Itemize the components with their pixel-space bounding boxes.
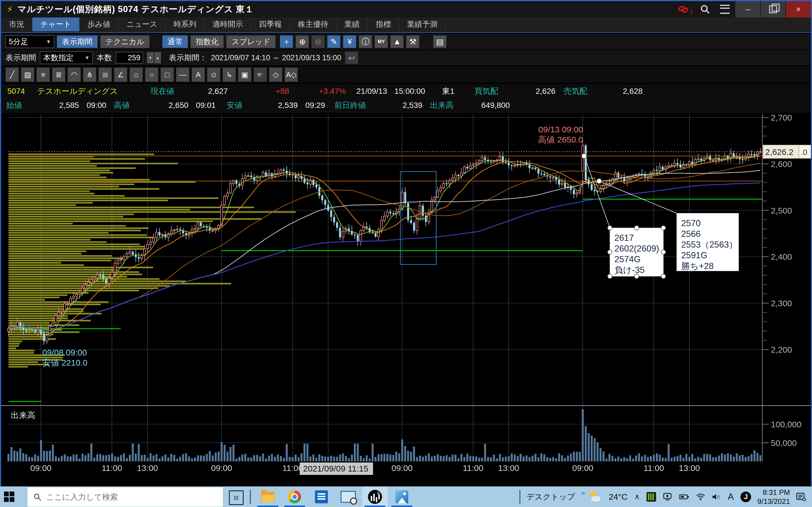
tab-10[interactable]: 業績予測 (399, 17, 446, 31)
rectangle-tool[interactable]: □ (161, 68, 174, 82)
channel-tool[interactable]: ▨ (21, 68, 34, 82)
ime-mode-icon[interactable]: J (741, 492, 751, 502)
crosshair-icon[interactable]: ＋ (280, 36, 293, 48)
quote-field: 高値 (114, 100, 130, 111)
quote-field: 売気配 (564, 86, 587, 97)
copy-tool[interactable]: ▣ (238, 68, 251, 82)
wifi-icon[interactable] (696, 493, 705, 501)
screen-capture-app-icon[interactable] (336, 487, 361, 507)
clock[interactable]: 8:31 PM 9/13/2021 (757, 488, 790, 506)
toolbar-overflow-icon[interactable]: » (581, 489, 585, 497)
pointer-tool[interactable]: ↳ (223, 68, 236, 82)
count-up-button[interactable]: ▲ (154, 52, 161, 63)
wrench-icon[interactable]: ⚒ (406, 36, 419, 48)
zoom-in-icon[interactable]: ⊕ (296, 36, 309, 48)
ellipse-tool[interactable]: ○ (145, 68, 158, 82)
icon-stamp-tool[interactable]: ☺ (207, 68, 220, 82)
link-group-number: 1 (690, 9, 693, 15)
minimize-button[interactable]: – (735, 1, 760, 17)
tab-3[interactable]: ニュース (119, 17, 166, 31)
quote-field: 2,627 (208, 87, 228, 96)
tab-0[interactable]: 市況 (1, 17, 33, 31)
svg-text:2,300: 2,300 (771, 298, 792, 308)
restore-button[interactable] (761, 1, 785, 17)
tab-4[interactable]: 時系列 (165, 17, 204, 31)
mountain-chart-icon[interactable]: ▲ (391, 36, 403, 48)
tab-9[interactable]: 指標 (368, 17, 399, 31)
quote-field: 安値 (227, 100, 243, 111)
info-icon[interactable]: ⓘ (359, 36, 372, 48)
quote-row-primary: 5074テスホールディングス現在値2,627+88+3.47%21/09/131… (1, 84, 811, 99)
polygon-tool[interactable]: ⌂ (130, 68, 143, 82)
tab-7[interactable]: 株主優待 (290, 17, 336, 31)
horizontal-lines-tool[interactable]: ≡ (37, 68, 50, 82)
reload-icon[interactable]: ↩ (345, 52, 358, 64)
tray-chevron-icon[interactable]: ∧ (635, 492, 640, 501)
tab-1[interactable]: チャート (33, 17, 80, 31)
my-indicator-icon[interactable]: MY (375, 36, 388, 48)
printer-icon[interactable]: ▤ (434, 36, 446, 48)
ime-letter-icon[interactable]: A (728, 492, 733, 502)
photos-app-icon[interactable] (389, 487, 414, 507)
tab-2[interactable]: 歩み値 (80, 17, 119, 31)
quote-field: 前日終値 (335, 100, 366, 111)
windows-logo-icon (4, 492, 14, 502)
eraser-tool[interactable]: ◇ (269, 68, 282, 82)
fan-lines-tool[interactable]: ⋔ (83, 68, 96, 82)
file-explorer-icon[interactable] (255, 487, 281, 507)
start-button[interactable] (0, 487, 18, 507)
yen-axis-icon[interactable]: ¥ (343, 36, 356, 48)
fibonacci-arc-tool[interactable]: ◠ (68, 68, 81, 82)
battery-icon[interactable] (679, 494, 689, 500)
tab-5[interactable]: 適時開示 (204, 17, 251, 31)
search-input[interactable] (45, 492, 204, 502)
hand-tool[interactable]: ☛ (254, 68, 267, 82)
zoom-out-icon[interactable]: ⊖ (312, 36, 324, 48)
chart-area[interactable]: 2,7002,6002,5002,4002,3002,20009/13 09:0… (0, 113, 812, 507)
display-period-button[interactable]: 表示期間 (57, 36, 98, 48)
desktop-toolbar-label[interactable]: デスクトップ (527, 492, 575, 502)
svg-text:2570: 2570 (681, 218, 701, 228)
device-tray-icon[interactable] (663, 493, 672, 501)
svg-text:2566: 2566 (681, 229, 701, 239)
eraser-all-tool[interactable]: A◇ (285, 68, 298, 82)
spread-mode-button[interactable]: スプレッド (226, 36, 275, 48)
drawing-toolbar: ╱▨≡≣◠⋔||||∠⌂○□—A☺↳▣☛◇A◇ (1, 66, 811, 83)
temperature-label[interactable]: 24°C (609, 492, 627, 502)
link-group-icon[interactable]: 1 (675, 1, 695, 17)
chart-app-icon[interactable] (362, 487, 388, 507)
speaker-icon[interactable] (712, 493, 721, 501)
svg-text:50,000: 50,000 (771, 438, 797, 448)
weather-icon[interactable] (590, 491, 602, 503)
window-border (811, 0, 812, 507)
blue-tile-app-icon[interactable] (309, 487, 334, 507)
vertical-lines-tool[interactable]: |||| (99, 68, 112, 82)
period-mode-select[interactable]: 本数指定▼ (40, 52, 93, 64)
grid-lines-tool[interactable]: ≣ (52, 68, 65, 82)
green-utility-tray-icon[interactable] (647, 492, 656, 502)
interval-select[interactable]: 5分足▼ (6, 36, 54, 48)
task-view-icon[interactable]: ⊟ (229, 490, 244, 505)
draw-pencil-icon[interactable]: ✎ (327, 36, 340, 48)
trend-line-tool[interactable]: ╱ (6, 68, 18, 82)
bar-count-input[interactable] (116, 52, 143, 63)
text-tool[interactable]: A (192, 68, 205, 82)
svg-text:高値 2650.0: 高値 2650.0 (538, 135, 583, 144)
search-icon[interactable] (695, 1, 715, 17)
action-center-icon[interactable] (796, 493, 806, 501)
indexed-mode-button[interactable]: 指数化 (191, 36, 223, 48)
horizontal-line-tool[interactable]: — (176, 68, 189, 82)
normal-mode-button[interactable]: 通常 (162, 36, 188, 48)
menu-icon[interactable] (715, 1, 735, 17)
count-down-button[interactable]: ▼ (147, 52, 154, 63)
taskbar-search[interactable] (27, 487, 223, 507)
app-lightning-icon: ⚡ (5, 4, 15, 14)
tab-6[interactable]: 四季報 (251, 17, 290, 31)
candlestick-chart[interactable]: 2,7002,6002,5002,4002,3002,20009/13 09:0… (0, 113, 812, 507)
gann-fan-tool[interactable]: ∠ (114, 68, 127, 82)
tab-8[interactable]: 業績 (336, 17, 368, 31)
technical-button[interactable]: テクニカル (100, 36, 149, 48)
close-button[interactable]: × (786, 1, 811, 17)
chrome-icon[interactable] (282, 487, 307, 507)
quote-field: 09:01 (196, 101, 216, 110)
